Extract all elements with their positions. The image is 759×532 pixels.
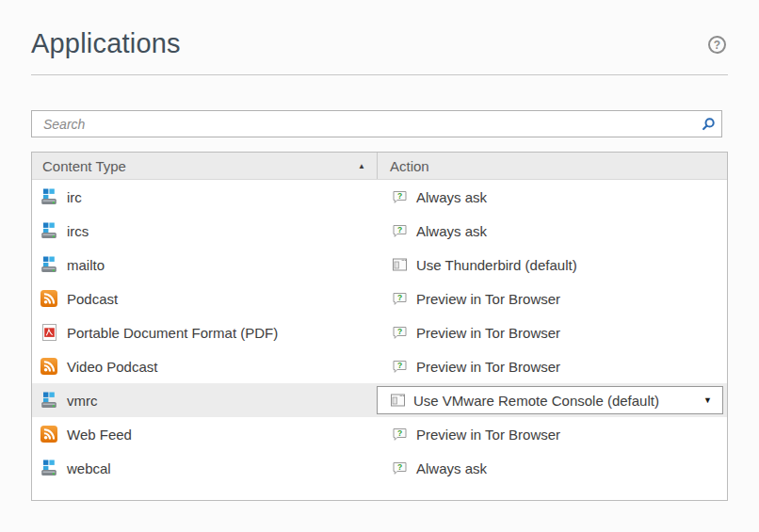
- table-header: Content Type ▲ Action: [32, 153, 727, 180]
- action-label: Preview in Tor Browser: [416, 325, 560, 341]
- action-cell[interactable]: ?Always ask: [377, 180, 727, 214]
- action-cell[interactable]: ?Always ask: [377, 214, 727, 248]
- page-title: Applications: [31, 28, 181, 59]
- content-type-cell[interactable]: Portable Document Format (PDF): [32, 315, 377, 349]
- svg-text:?: ?: [397, 224, 402, 234]
- action-cell[interactable]: Use Thunderbird (default): [377, 248, 727, 282]
- action-cell[interactable]: Use VMware Remote Console (default)▼: [377, 383, 727, 417]
- action-label: Preview in Tor Browser: [416, 359, 560, 375]
- svg-text:?: ?: [397, 190, 402, 200]
- table-row[interactable]: ircs?Always ask: [32, 214, 727, 248]
- feed-icon: [40, 426, 58, 443]
- application-icon: [40, 459, 58, 477]
- content-type-label: webcal: [67, 460, 111, 476]
- help-icon[interactable]: ?: [708, 36, 726, 54]
- content-type-cell[interactable]: webcal: [32, 451, 377, 485]
- ask-bubble-icon: ?: [390, 189, 409, 205]
- action-cell[interactable]: ?Preview in Tor Browser: [377, 417, 727, 451]
- sort-ascending-icon: ▲: [358, 162, 365, 170]
- svg-text:?: ?: [397, 461, 402, 471]
- column-header-action[interactable]: Action: [377, 153, 727, 179]
- svg-text:?: ?: [397, 360, 402, 369]
- pdf-icon: [40, 324, 58, 341]
- search-box: [31, 110, 722, 137]
- content-type-cell[interactable]: Podcast: [32, 282, 377, 315]
- application-icon: [40, 256, 58, 274]
- title-divider: [31, 74, 728, 75]
- action-dropdown[interactable]: Use VMware Remote Console (default)▼: [377, 386, 723, 414]
- applications-table: Content Type ▲ Action irc?Always askircs…: [31, 152, 728, 501]
- column-header-content-type[interactable]: Content Type ▲: [32, 153, 377, 179]
- table-row[interactable]: Podcast?Preview in Tor Browser: [32, 282, 727, 315]
- action-label: Use VMware Remote Console (default): [413, 393, 659, 409]
- content-type-cell[interactable]: irc: [32, 180, 377, 214]
- content-type-cell[interactable]: Web Feed: [32, 417, 377, 451]
- content-type-cell[interactable]: ircs: [32, 214, 377, 248]
- app-window-icon: [388, 393, 407, 408]
- content-type-cell[interactable]: mailto: [32, 248, 377, 282]
- content-type-label: Web Feed: [67, 427, 132, 443]
- action-cell[interactable]: ?Preview in Tor Browser: [377, 349, 727, 383]
- content-type-label: Video Podcast: [67, 359, 157, 375]
- feed-icon: [40, 358, 58, 375]
- table-row[interactable]: Web Feed?Preview in Tor Browser: [32, 417, 727, 451]
- action-label: Always ask: [416, 460, 487, 476]
- application-icon: [40, 222, 58, 240]
- ask-bubble-icon: ?: [390, 291, 409, 307]
- svg-text:?: ?: [397, 292, 402, 301]
- table-row[interactable]: mailtoUse Thunderbird (default): [32, 248, 727, 282]
- content-type-label: Podcast: [67, 291, 118, 307]
- action-header-label: Action: [390, 158, 429, 174]
- ask-bubble-icon: ?: [390, 223, 409, 239]
- search-icon: [695, 117, 721, 132]
- action-cell[interactable]: ?Preview in Tor Browser: [377, 315, 727, 349]
- application-icon: [40, 188, 58, 206]
- feed-icon: [40, 290, 58, 307]
- action-cell[interactable]: ?Always ask: [377, 451, 727, 485]
- table-row[interactable]: Portable Document Format (PDF)?Preview i…: [32, 315, 727, 349]
- content-type-label: ircs: [67, 223, 89, 239]
- action-label: Use Thunderbird (default): [416, 257, 577, 273]
- action-label: Preview in Tor Browser: [416, 291, 560, 307]
- table-body: irc?Always askircs?Always askmailtoUse T…: [32, 180, 727, 485]
- action-label: Always ask: [416, 189, 487, 205]
- svg-text:?: ?: [397, 326, 402, 335]
- action-label: Always ask: [416, 223, 487, 239]
- search-input[interactable]: [32, 111, 695, 137]
- help-glyph: ?: [714, 39, 720, 52]
- svg-text:?: ?: [397, 427, 402, 437]
- content-type-label: vmrc: [67, 393, 98, 409]
- content-type-cell[interactable]: Video Podcast: [32, 349, 377, 383]
- application-icon: [40, 392, 58, 410]
- action-cell[interactable]: ?Preview in Tor Browser: [377, 282, 727, 315]
- table-row[interactable]: Video Podcast?Preview in Tor Browser: [32, 349, 727, 383]
- ask-bubble-icon: ?: [390, 460, 409, 476]
- content-type-header-label: Content Type: [42, 158, 126, 174]
- table-row[interactable]: vmrcUse VMware Remote Console (default)▼: [32, 383, 727, 417]
- action-label: Preview in Tor Browser: [416, 427, 560, 443]
- content-type-label: Portable Document Format (PDF): [67, 325, 278, 341]
- table-row[interactable]: irc?Always ask: [32, 180, 727, 214]
- content-type-cell[interactable]: vmrc: [32, 383, 377, 417]
- dropdown-arrow-icon: ▼: [703, 395, 712, 405]
- ask-bubble-icon: ?: [390, 325, 409, 341]
- ask-bubble-icon: ?: [390, 359, 409, 375]
- ask-bubble-icon: ?: [390, 427, 409, 443]
- table-row[interactable]: webcal?Always ask: [32, 451, 727, 485]
- app-window-icon: [390, 257, 409, 272]
- content-type-label: mailto: [67, 257, 105, 273]
- content-type-label: irc: [67, 189, 82, 205]
